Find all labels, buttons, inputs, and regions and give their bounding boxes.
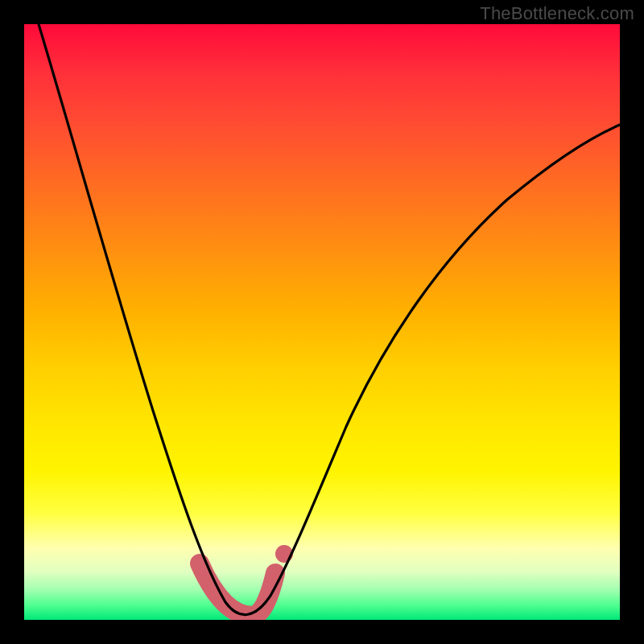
chart-frame: TheBottleneck.com [0,0,644,644]
bottleneck-curve-svg [24,24,620,620]
watermark-text: TheBottleneck.com [480,3,634,24]
bottleneck-curve-path [39,24,620,615]
plot-area [24,24,620,620]
